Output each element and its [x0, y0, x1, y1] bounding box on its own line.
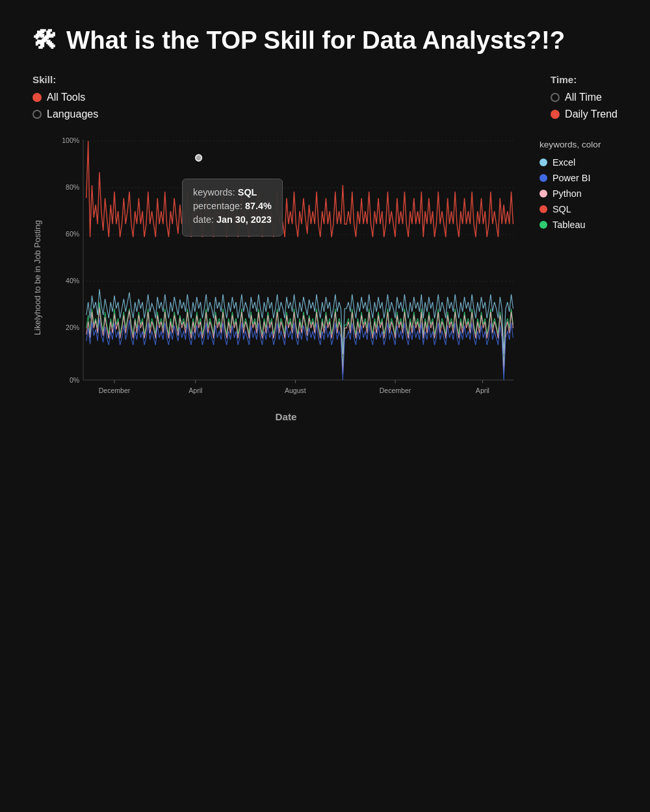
legend-label-tableau: Tableau	[552, 220, 585, 230]
title-icon: 🛠	[32, 26, 57, 55]
title-text: What is the TOP Skill for Data Analysts?…	[66, 26, 565, 55]
svg-text:December: December	[380, 387, 411, 394]
svg-text:40%: 40%	[66, 277, 80, 285]
svg-text:100%: 100%	[62, 136, 79, 144]
svg-text:April: April	[188, 387, 202, 394]
legend-item-python: Python	[540, 188, 618, 199]
legend-label-sql: SQL	[552, 204, 571, 214]
all-time-dot	[551, 93, 560, 102]
legend-color-sql	[540, 205, 547, 213]
chart-container: Likelyhood to be in Job Posting 100% 80%…	[32, 133, 618, 422]
all-tools-radio[interactable]: All Tools	[32, 92, 98, 103]
daily-trend-dot	[551, 110, 560, 119]
time-control-group: Time: All Time Daily Trend	[551, 74, 618, 120]
controls-row: Skill: All Tools Languages Time: All Tim…	[32, 74, 618, 120]
time-label: Time:	[551, 74, 618, 85]
all-time-label: All Time	[565, 92, 602, 103]
daily-trend-radio[interactable]: Daily Trend	[551, 108, 618, 120]
svg-text:20%: 20%	[66, 324, 80, 331]
legend-label-powerbi: Power BI	[552, 173, 590, 183]
languages-radio[interactable]: Languages	[32, 108, 98, 120]
chart-svg-wrapper: 100% 80% 60% 40% 20% 0% December April A…	[52, 133, 520, 409]
legend-color-powerbi	[540, 174, 547, 182]
svg-text:December: December	[99, 387, 131, 394]
legend-color-excel	[540, 159, 547, 166]
legend: keywords, color Excel Power BI Python SQ…	[526, 133, 618, 422]
languages-label: Languages	[47, 108, 98, 120]
legend-item-powerbi: Power BI	[540, 173, 618, 183]
daily-trend-label: Daily Trend	[565, 108, 618, 120]
skill-label: Skill:	[32, 74, 98, 85]
main-chart[interactable]: 100% 80% 60% 40% 20% 0% December April A…	[52, 133, 520, 406]
legend-label-excel: Excel	[552, 157, 575, 168]
svg-text:0%: 0%	[70, 376, 80, 384]
svg-text:80%: 80%	[66, 183, 80, 191]
svg-text:60%: 60%	[66, 230, 80, 238]
page-title: 🛠 What is the TOP Skill for Data Analyst…	[32, 26, 618, 55]
legend-color-tableau	[540, 221, 547, 229]
legend-label-python: Python	[552, 188, 582, 199]
svg-text:August: August	[285, 387, 306, 394]
chart-area: 100% 80% 60% 40% 20% 0% December April A…	[52, 133, 520, 422]
legend-item-sql: SQL	[540, 204, 618, 214]
tooltip-anchor	[196, 155, 202, 161]
y-axis-label: Likelyhood to be in Job Posting	[32, 133, 46, 422]
languages-dot	[32, 110, 42, 119]
legend-item-tableau: Tableau	[540, 220, 618, 230]
svg-text:April: April	[476, 387, 489, 394]
legend-item-excel: Excel	[540, 157, 618, 168]
x-axis-label: Date	[52, 411, 520, 422]
all-tools-dot	[32, 93, 42, 102]
legend-color-python	[540, 190, 547, 197]
legend-title: keywords, color	[540, 140, 618, 149]
all-time-radio[interactable]: All Time	[551, 92, 618, 103]
all-tools-label: All Tools	[47, 92, 85, 103]
skill-control-group: Skill: All Tools Languages	[32, 74, 98, 120]
